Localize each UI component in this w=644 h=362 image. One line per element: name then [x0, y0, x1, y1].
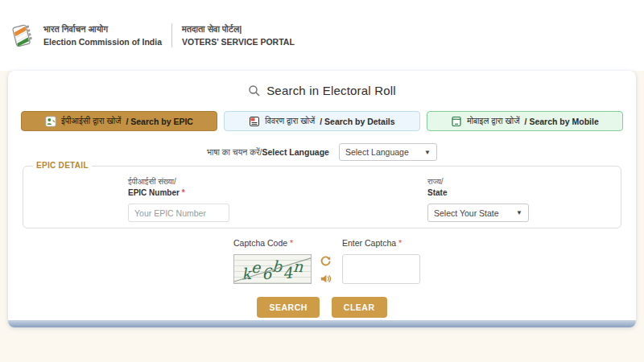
required-asterisk: *: [398, 238, 402, 248]
tab-bar: ईपीआईसी द्वारा खोजें / Search by EPIC वि…: [21, 111, 623, 131]
portal-name-hindi: मतदाता सेवा पोर्टल|: [182, 23, 295, 36]
epic-number-label-english: EPIC Number *: [128, 187, 229, 199]
state-field: राज्य/ State Select Your State ▼: [427, 176, 529, 222]
clear-button[interactable]: CLEAR: [332, 297, 387, 318]
page-title-row: Search in Electoral Roll: [8, 84, 636, 97]
enter-captcha-label: Enter Captcha *: [342, 238, 402, 248]
chevron-down-icon: ▼: [424, 149, 431, 156]
tab-label-english: / Search by Mobile: [525, 117, 599, 126]
epic-number-input[interactable]: [128, 204, 229, 222]
captcha-section: Captcha Code * Enter Captcha * k e 6 b 4…: [8, 238, 636, 286]
required-asterisk: *: [290, 238, 293, 248]
mobile-icon: [451, 116, 462, 127]
tab-label-hindi: ईपीआईसी द्वारा खोजें: [61, 116, 121, 126]
captcha-letter: 6: [261, 264, 272, 282]
eci-logo: [8, 21, 37, 50]
language-selected-value: Select Language: [345, 147, 409, 157]
tab-search-by-mobile[interactable]: मोबाइल द्वारा खोजें / Search by Mobile: [427, 111, 623, 131]
captcha-letter: b: [271, 257, 283, 275]
audio-captcha-icon[interactable]: [320, 273, 332, 285]
language-label-hindi: भाषा का चयन करें/: [207, 147, 262, 157]
search-icon: [248, 84, 261, 97]
epic-detail-legend: EPIC DETAIL: [33, 161, 92, 170]
tab-label-hindi: विवरण द्वारा खोजें: [265, 116, 315, 126]
epic-detail-fieldset: EPIC DETAIL ईपीआईसी संख्या/ EPIC Number …: [23, 166, 621, 228]
enter-captcha-input[interactable]: [342, 254, 420, 284]
page-title: Search in Electoral Roll: [266, 84, 396, 97]
tab-label-english: / Search by Details: [320, 117, 394, 126]
portal-name-english: VOTERS' SERVICE PORTAL: [182, 36, 295, 48]
org-name-block: भारत निर्वाचन आयोग Election Commission o…: [43, 23, 162, 47]
captcha-letter: n: [292, 257, 303, 275]
required-asterisk: *: [182, 188, 185, 197]
site-header: भारत निर्वाचन आयोग Election Commission o…: [0, 0, 644, 71]
chevron-down-icon: ▼: [516, 209, 522, 216]
details-form-icon: [249, 116, 260, 127]
language-label-english: Select Language: [262, 147, 328, 157]
search-button[interactable]: SEARCH: [257, 297, 319, 318]
state-selected-value: Select Your State: [434, 208, 499, 218]
tab-search-by-epic[interactable]: ईपीआईसी द्वारा खोजें / Search by EPIC: [21, 111, 217, 131]
card-bottom-bar: [8, 320, 636, 327]
tab-label-hindi: मोबाइल द्वारा खोजें: [467, 116, 519, 126]
epic-number-label-hindi: ईपीआईसी संख्या/: [128, 176, 229, 187]
tab-search-by-details[interactable]: विवरण द्वारा खोजें / Search by Details: [224, 111, 420, 131]
captcha-controls: [318, 255, 332, 285]
state-label-hindi: राज्य/: [427, 176, 529, 187]
captcha-image: k e 6 b 4 n: [233, 254, 312, 284]
tab-label-english: / Search by EPIC: [126, 117, 192, 126]
epic-number-field: ईपीआईसी संख्या/ EPIC Number *: [128, 176, 229, 222]
org-name-english: Election Commission of India: [43, 36, 162, 48]
header-divider: [171, 23, 172, 47]
language-row: भाषा का चयन करें/Select Language Select …: [8, 143, 636, 161]
captcha-letter: e: [251, 257, 262, 276]
language-select[interactable]: Select Language ▼: [339, 143, 437, 161]
state-label-english: State: [427, 187, 529, 199]
refresh-captcha-icon[interactable]: [320, 255, 332, 267]
search-card: Search in Electoral Roll ईपीआईसी द्वारा …: [8, 71, 636, 327]
state-select[interactable]: Select Your State ▼: [427, 204, 529, 222]
language-label: भाषा का चयन करें/Select Language: [207, 147, 329, 158]
org-name-hindi: भारत निर्वाचन आयोग: [43, 23, 162, 36]
epic-card-icon: [45, 116, 56, 127]
portal-name-block: मतदाता सेवा पोर्टल| VOTERS' SERVICE PORT…: [182, 23, 295, 47]
action-buttons: SEARCH CLEAR: [8, 297, 636, 318]
captcha-code-label: Captcha Code *: [233, 238, 293, 248]
